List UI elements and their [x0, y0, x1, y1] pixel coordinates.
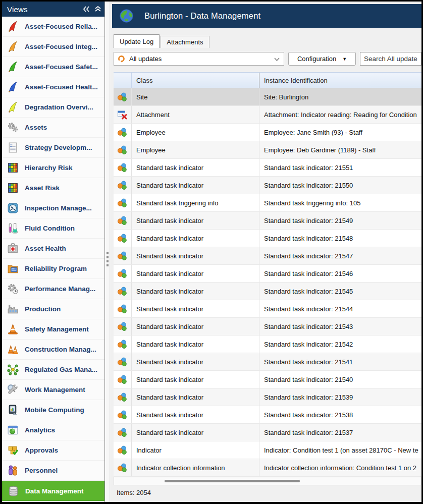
- database-icon: [7, 484, 20, 497]
- tab-update-log[interactable]: Update Log: [114, 34, 160, 48]
- table-row[interactable]: Standard task indicatorStandard task ind…: [114, 159, 421, 177]
- flag-red-icon: [6, 20, 19, 33]
- sidebar-item-performance-manag[interactable]: Performance Manag...: [2, 279, 104, 299]
- table-row[interactable]: Standard task indicatorStandard task ind…: [114, 247, 421, 265]
- sidebar-item-hierarchy-risk[interactable]: Hierarchy Risk: [2, 158, 104, 178]
- table-row[interactable]: Standard task indicatorStandard task ind…: [114, 406, 421, 424]
- horizontal-scrollbar[interactable]: [114, 477, 421, 485]
- sidebar-item-approvals[interactable]: Approvals: [2, 440, 104, 461]
- sidebar-item-safety-management[interactable]: Safety Management: [2, 319, 104, 340]
- sidebar-item-label: Inspection Manage...: [25, 204, 92, 212]
- sidebar-item-data-management[interactable]: Data Management: [2, 481, 104, 501]
- sidebar-item-label: Construction Manag...: [25, 346, 96, 353]
- tab-attachments[interactable]: Attachments: [161, 36, 209, 48]
- table-row[interactable]: EmployeeEmployee: Jane Smith (93) - Staf…: [114, 124, 421, 141]
- sidebar-item-work-management[interactable]: Work Management: [2, 380, 104, 400]
- sidebar-item-construction-manag[interactable]: Construction Manag...: [2, 340, 104, 360]
- sidebar-item-asset-focused-healt[interactable]: Asset-Focused Healt...: [2, 77, 104, 97]
- row-instance: Employee: Deb Gardiner (1189) - Staff: [259, 141, 421, 158]
- sidebar-item-inspection-manage[interactable]: Inspection Manage...: [2, 198, 104, 218]
- row-class: Standard task indicator: [132, 406, 259, 423]
- gauge-icon: [6, 202, 19, 215]
- sidebar-item-asset-focused-integ[interactable]: Asset-Focused Integ...: [2, 37, 104, 57]
- table-row[interactable]: Standard task indicatorStandard task ind…: [114, 230, 421, 247]
- class-balls-icon: [114, 194, 132, 211]
- sidebar-item-analytics[interactable]: Analytics: [2, 420, 104, 440]
- status-bar: Items: 2054: [112, 485, 421, 499]
- sidebar-item-personnel[interactable]: Personnel: [2, 461, 104, 481]
- class-column-header[interactable]: Class: [132, 73, 259, 88]
- table-row[interactable]: Standard task indicatorStandard task ind…: [114, 424, 421, 441]
- page-title: Burlington - Data Management: [144, 11, 260, 21]
- table-row[interactable]: Standard task triggering infoStandard ta…: [114, 194, 421, 212]
- class-balls-icon: [114, 353, 132, 370]
- sidebar-item-strategy-developm[interactable]: Strategy Developm...: [2, 138, 104, 158]
- row-class: Employee: [132, 141, 259, 158]
- sidebar-item-assets[interactable]: Assets: [2, 118, 104, 138]
- gears-icon: [6, 121, 19, 134]
- sidebar-item-asset-focused-relia[interactable]: Asset-Focused Relia...: [2, 17, 104, 37]
- class-balls-icon: [114, 441, 132, 459]
- sidebar-item-mobile-computing[interactable]: Mobile Computing: [2, 400, 104, 420]
- sidebar-item-regulated-gas-mana[interactable]: Regulated Gas Mana...: [2, 360, 104, 380]
- sidebar-item-degradation-overvi[interactable]: Degradation Overvi...: [2, 97, 104, 118]
- row-class: Standard task indicator: [132, 247, 259, 264]
- scrollbar-thumb[interactable]: [165, 480, 300, 482]
- folder-icon: [6, 262, 19, 275]
- table-row[interactable]: AttachmentAttachment: Indicator reading:…: [114, 106, 421, 124]
- tabbar: Update LogAttachments: [112, 34, 421, 48]
- sidebar-item-label: Asset-Focused Integ...: [25, 43, 97, 50]
- row-instance: Standard task indicator: 21540: [259, 371, 421, 388]
- table-row[interactable]: Standard task indicatorStandard task ind…: [114, 265, 421, 283]
- sidebar-item-asset-health[interactable]: Asset Health: [2, 239, 104, 259]
- sidebar-item-label: Analytics: [25, 426, 55, 434]
- views-header: Views: [2, 2, 104, 17]
- cones-icon: [6, 343, 19, 356]
- globe-icon: [119, 8, 134, 24]
- row-instance: Standard task indicator: 21546: [259, 265, 421, 282]
- row-class: Standard task triggering info: [132, 194, 259, 211]
- icon-column-header[interactable]: [114, 73, 132, 88]
- app-window: Views Asset-Focused Relia...Asset-Focuse…: [2, 2, 421, 502]
- table-row[interactable]: Standard task indicatorStandard task ind…: [114, 335, 421, 353]
- table-row[interactable]: Standard task indicatorStandard task ind…: [114, 318, 421, 335]
- cone-icon: [6, 323, 19, 336]
- class-balls-icon: [114, 247, 132, 264]
- row-class: Standard task indicator: [132, 265, 259, 282]
- instance-column-header[interactable]: Instance Identification: [259, 73, 421, 88]
- sidebar-item-label: Data Management: [25, 487, 84, 495]
- configuration-button[interactable]: Configuration ▼: [288, 52, 356, 66]
- table-row[interactable]: Standard task indicatorStandard task ind…: [114, 353, 421, 371]
- risk-grid-icon: [6, 182, 19, 195]
- sidebar-item-production[interactable]: Production: [2, 299, 104, 319]
- search-input[interactable]: [360, 52, 421, 66]
- table-row[interactable]: Standard task indicatorStandard task ind…: [114, 300, 421, 318]
- row-instance: Standard task indicator: 21543: [259, 318, 421, 335]
- sidebar-splitter[interactable]: [105, 2, 110, 502]
- class-balls-icon: [114, 300, 132, 317]
- table-row[interactable]: Standard task indicatorStandard task ind…: [114, 371, 421, 388]
- row-class: Standard task indicator: [132, 300, 259, 317]
- table-row[interactable]: SiteSite: Burlington: [114, 88, 421, 106]
- sidebar-item-label: Approvals: [25, 446, 58, 454]
- table-row[interactable]: Indicator collection informationIndicato…: [114, 459, 421, 477]
- updates-filter-dropdown[interactable]: All updates: [114, 52, 284, 66]
- flag-green-icon: [6, 61, 19, 74]
- collapse-sidebar-icon[interactable]: [83, 6, 90, 12]
- sidebar-item-label: Hierarchy Risk: [25, 164, 73, 172]
- table-row[interactable]: EmployeeEmployee: Deb Gardiner (1189) - …: [114, 141, 421, 159]
- sidebar-item-reliability-program[interactable]: Reliability Program: [2, 259, 104, 279]
- table-row[interactable]: Standard task indicatorStandard task ind…: [114, 212, 421, 230]
- sidebar-item-label: Mobile Computing: [25, 406, 84, 414]
- filter-toolbar: All updates Configuration ▼: [112, 52, 421, 66]
- table-row[interactable]: Standard task indicatorStandard task ind…: [114, 177, 421, 194]
- pin-collapse-up-icon[interactable]: [95, 6, 101, 12]
- sidebar-item-fluid-condition[interactable]: Fluid Condition: [2, 218, 104, 239]
- table-row[interactable]: IndicatorIndicator: Condition test 1 (on…: [114, 441, 421, 459]
- sidebar-item-asset-risk[interactable]: Asset Risk: [2, 178, 104, 198]
- table-row[interactable]: Standard task indicatorStandard task ind…: [114, 283, 421, 300]
- table-row[interactable]: Standard task indicatorStandard task ind…: [114, 388, 421, 406]
- sidebar-item-label: Performance Manag...: [25, 285, 95, 293]
- row-instance: Standard task indicator: 21544: [259, 300, 421, 317]
- sidebar-item-asset-focused-safet[interactable]: Asset-Focused Safet...: [2, 57, 104, 77]
